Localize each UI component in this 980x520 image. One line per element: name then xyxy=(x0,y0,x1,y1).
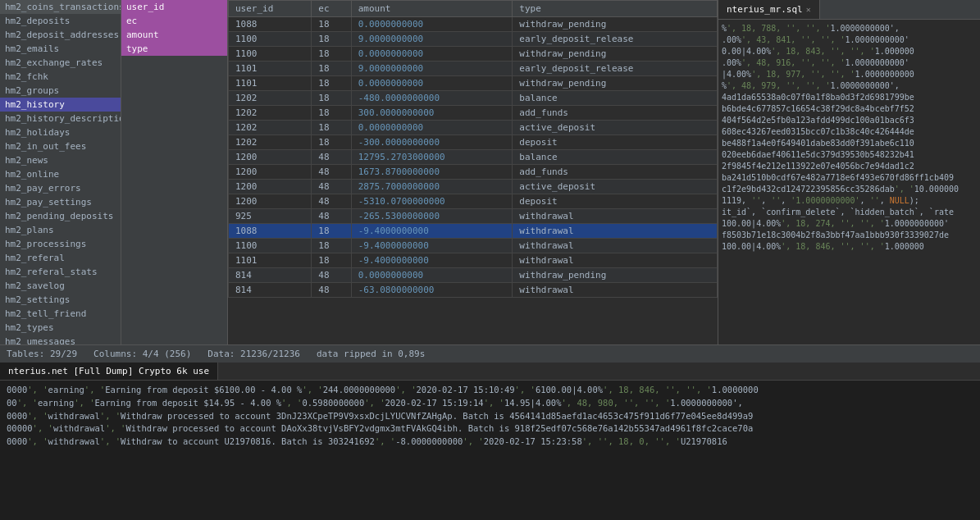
grid-header-type[interactable]: type xyxy=(513,1,718,17)
cell-amount: -265.5300000000 xyxy=(351,209,513,224)
sidebar-item-hm2_types[interactable]: hm2_types xyxy=(0,321,121,335)
sql-line: .00%', 48, 916, '', '', '1.0000000000' xyxy=(722,57,977,69)
terminal-line: 00000', 'withdrawal', 'Withdraw processe… xyxy=(7,422,973,436)
sidebar-item-hm2_coins_transactions[interactable]: hm2_coins_transactions xyxy=(0,0,121,14)
main-container: hm2_coins_transactionshm2_depositshm2_de… xyxy=(0,0,980,520)
sidebar-item-hm2_referal_stats[interactable]: hm2_referal_stats xyxy=(0,265,121,279)
terminal-content[interactable]: 0000', 'earning', 'Earning from deposit … xyxy=(0,381,980,520)
cell-ec: 18 xyxy=(312,91,351,106)
sql-line: %', 18, 788, '', '', '1.0000000000', xyxy=(722,23,977,34)
column-panel[interactable]: user_idecamounttype xyxy=(121,0,228,344)
table-row[interactable]: 1100180.0000000000withdraw_pending xyxy=(229,47,718,62)
right-sql-panel: nterius_mr.sql ✕ %', 18, 788, '', '', '1… xyxy=(718,0,980,344)
column-item-ec[interactable]: ec xyxy=(121,14,227,28)
sql-tab-close[interactable]: ✕ xyxy=(806,5,811,14)
cell-amount: 12795.2703000000 xyxy=(351,150,513,165)
sidebar-item-hm2_deposits[interactable]: hm2_deposits xyxy=(0,14,121,28)
cell-ec: 18 xyxy=(312,121,351,135)
table-row[interactable]: 1200481673.8700000000add_funds xyxy=(229,165,718,180)
terminal-line: 0000', 'withdrawal', 'Withdraw processed… xyxy=(7,410,973,423)
terminal-tab[interactable]: nterius.net [Full Dump] Crypto 6k use xyxy=(0,363,218,380)
cell-ec: 48 xyxy=(312,194,351,209)
cell-type: withdrawal xyxy=(513,224,718,239)
table-row[interactable]: 110118-9.4000000000withdrawal xyxy=(229,253,718,268)
table-row[interactable]: 1101189.0000000000early_deposit_release xyxy=(229,62,718,76)
cell-user-id: 1101 xyxy=(229,76,312,91)
cell-ec: 48 xyxy=(312,150,351,165)
table-row[interactable]: 120218-480.0000000000balance xyxy=(229,91,718,106)
sql-content[interactable]: %', 18, 788, '', '', '1.0000000000',.00%… xyxy=(718,20,980,344)
table-row[interactable]: 1101180.0000000000withdraw_pending xyxy=(229,76,718,91)
sidebar-item-hm2_news[interactable]: hm2_news xyxy=(0,153,121,167)
sidebar-item-hm2_pay_errors[interactable]: hm2_pay_errors xyxy=(0,181,121,195)
data-grid-container[interactable]: user_idecamounttype 1088180.0000000000wi… xyxy=(228,0,718,344)
sql-line: 608ec43267eed0315bcc07c1b38c40c426444de xyxy=(722,126,977,138)
table-row[interactable]: 81448-63.0800000000withdrawal xyxy=(229,283,718,298)
sql-line: 020eeb6daef40611e5dc379d39530b548232b41 xyxy=(722,149,977,161)
table-row[interactable]: 110018-9.4000000000withdrawal xyxy=(229,239,718,253)
table-row[interactable]: 120048-5310.0700000000deposit xyxy=(229,194,718,209)
table-row[interactable]: 1202180.0000000000active_deposit xyxy=(229,121,718,135)
table-row[interactable]: 12004812795.2703000000balance xyxy=(229,150,718,165)
table-row[interactable]: 1100189.0000000000early_deposit_release xyxy=(229,32,718,47)
cell-amount: 0.0000000000 xyxy=(351,17,513,32)
cell-ec: 18 xyxy=(312,224,351,239)
cell-user-id: 1200 xyxy=(229,180,312,194)
sidebar-item-hm2_holidays[interactable]: hm2_holidays xyxy=(0,125,121,139)
sidebar-item-hm2_emails[interactable]: hm2_emails xyxy=(0,42,121,56)
sidebar-item-hm2_processings[interactable]: hm2_processings xyxy=(0,237,121,251)
table-row[interactable]: 814480.0000000000withdraw_pending xyxy=(229,268,718,283)
grid-header-user_id[interactable]: user_id xyxy=(229,1,312,17)
column-item-amount[interactable]: amount xyxy=(121,28,227,42)
table-row[interactable]: 120218300.0000000000add_funds xyxy=(229,106,718,121)
table-row[interactable]: 92548-265.5300000000withdrawal xyxy=(229,209,718,224)
cell-user-id: 1202 xyxy=(229,106,312,121)
sql-tab[interactable]: nterius_mr.sql ✕ xyxy=(718,0,820,19)
sidebar-item-hm2_groups[interactable]: hm2_groups xyxy=(0,84,121,98)
cell-type: active_deposit xyxy=(513,180,718,194)
sidebar-item-hm2_history[interactable]: hm2_history xyxy=(0,98,121,112)
sidebar-item-hm2_savelog[interactable]: hm2_savelog xyxy=(0,279,121,293)
sidebar-item-hm2_exchange_rates[interactable]: hm2_exchange_rates xyxy=(0,56,121,70)
grid-header-amount[interactable]: amount xyxy=(351,1,513,17)
sidebar-item-hm2_fchk[interactable]: hm2_fchk xyxy=(0,70,121,84)
sidebar-item-hm2_referal[interactable]: hm2_referal xyxy=(0,251,121,265)
sql-line: b6bde4c677857c16654c38f29dc8a4bcebf7f52 xyxy=(722,103,977,115)
cell-user-id: 1100 xyxy=(229,32,312,47)
sidebar-item-hm2_plans[interactable]: hm2_plans xyxy=(0,223,121,237)
cell-type: add_funds xyxy=(513,106,718,121)
sql-tab-bar: nterius_mr.sql ✕ xyxy=(718,0,980,20)
sidebar-item-hm2_deposit_addresses[interactable]: hm2_deposit_addresses xyxy=(0,28,121,42)
cell-type: withdraw_pending xyxy=(513,268,718,283)
grid-header-ec[interactable]: ec xyxy=(312,1,351,17)
sidebar-item-hm2_umessages[interactable]: hm2_umessages xyxy=(0,335,121,344)
column-item-type[interactable]: type xyxy=(121,42,227,56)
sidebar-item-hm2_history_descriptions[interactable]: hm2_history_descriptions xyxy=(0,112,121,125)
cell-amount: -9.4000000000 xyxy=(351,224,513,239)
sidebar-item-hm2_in_out_fees[interactable]: hm2_in_out_fees xyxy=(0,139,121,153)
cell-amount: -9.4000000000 xyxy=(351,253,513,268)
table-list[interactable]: hm2_coins_transactionshm2_depositshm2_de… xyxy=(0,0,121,344)
cell-type: withdraw_pending xyxy=(513,47,718,62)
sql-line: 4ad1da65538a0c07f0a1f8ba0d3f2d6981799be xyxy=(722,92,977,103)
terminal-tab-label: nterius.net [Full Dump] Crypto 6k use xyxy=(8,366,209,376)
sidebar-item-hm2_settings[interactable]: hm2_settings xyxy=(0,293,121,307)
table-row[interactable]: 108818-9.4000000000withdrawal xyxy=(229,224,718,239)
sidebar-item-hm2_tell_friend[interactable]: hm2_tell_friend xyxy=(0,307,121,321)
sidebar-item-hm2_online[interactable]: hm2_online xyxy=(0,167,121,181)
cell-user-id: 1202 xyxy=(229,121,312,135)
cell-amount: 0.0000000000 xyxy=(351,268,513,283)
cell-ec: 18 xyxy=(312,135,351,150)
cell-ec: 18 xyxy=(312,17,351,32)
table-row[interactable]: 1200482875.7000000000active_deposit xyxy=(229,180,718,194)
cell-amount: 0.0000000000 xyxy=(351,47,513,62)
data-count: Data: 21236/21236 xyxy=(207,349,300,359)
cell-user-id: 1101 xyxy=(229,253,312,268)
cell-amount: 9.0000000000 xyxy=(351,62,513,76)
table-row[interactable]: 120218-300.0000000000deposit xyxy=(229,135,718,150)
table-row[interactable]: 1088180.0000000000withdraw_pending xyxy=(229,17,718,32)
sidebar-item-hm2_pay_settings[interactable]: hm2_pay_settings xyxy=(0,195,121,209)
cell-user-id: 1202 xyxy=(229,135,312,150)
sidebar-item-hm2_pending_deposits[interactable]: hm2_pending_deposits xyxy=(0,209,121,223)
column-item-user_id[interactable]: user_id xyxy=(121,0,227,14)
